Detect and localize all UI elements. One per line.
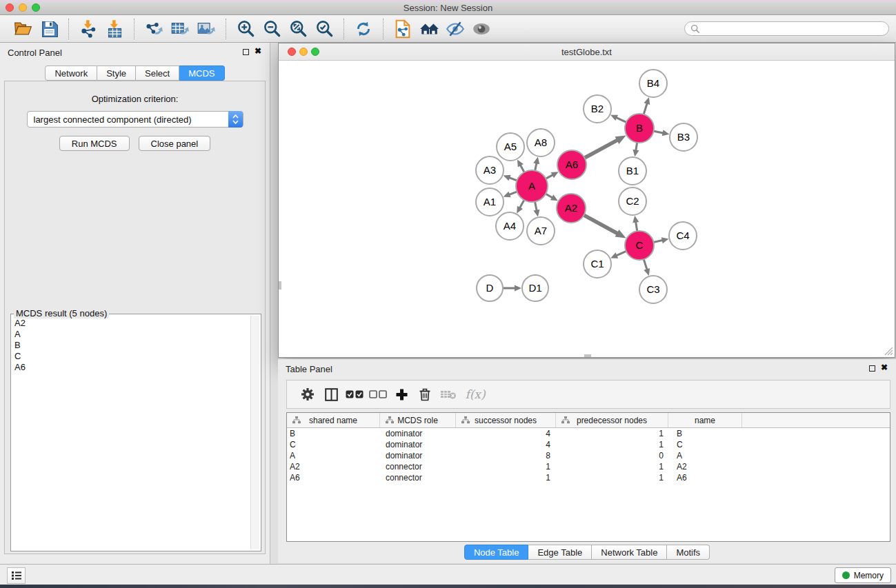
result-item-a2[interactable]: A2 (12, 318, 250, 329)
column-settings-button[interactable] (296, 387, 319, 401)
cell-name[interactable]: A2 (668, 461, 742, 472)
edge-C-C3[interactable] (644, 258, 648, 271)
cell-name[interactable]: C (668, 439, 742, 450)
export-image-icon (197, 19, 216, 38)
result-item-a6[interactable]: A6 (12, 362, 250, 373)
float-table-panel-icon[interactable] (869, 365, 875, 372)
table-row-b[interactable]: Bdominator41B (287, 428, 890, 439)
cell-predecessor-nodes[interactable]: 1 (556, 461, 668, 472)
cell-successor-nodes[interactable]: 1 (456, 461, 556, 472)
cell-name[interactable]: A (668, 450, 742, 461)
cell-MCDS-role[interactable]: dominator (380, 450, 456, 461)
export-table-button[interactable] (170, 19, 190, 39)
column-layout-button[interactable] (319, 388, 343, 401)
import-network-button[interactable] (78, 19, 99, 39)
network-document-button[interactable] (392, 19, 413, 39)
cell-MCDS-role[interactable]: connector (380, 461, 456, 472)
edge-A6-B[interactable] (584, 139, 619, 159)
tab-network-table[interactable]: Network Table (592, 545, 667, 560)
horizontal-scroll-thumb[interactable] (584, 354, 591, 357)
delete-row-button[interactable] (413, 387, 437, 401)
tab-motifs[interactable]: Motifs (667, 545, 710, 560)
deselect-all-button[interactable] (366, 390, 390, 398)
edge-A2-C[interactable] (583, 214, 619, 234)
tab-node-table[interactable]: Node Table (464, 545, 529, 560)
function-builder-button[interactable]: f(x) (460, 387, 490, 401)
edge-B-B2[interactable] (615, 117, 627, 123)
export-image-button[interactable] (196, 19, 217, 39)
home-button[interactable] (419, 19, 439, 39)
network-canvas[interactable]: B4B2BB3A5A8A6A3AB1A1C2A4A7A2CC4C1C3DD1 (279, 61, 895, 357)
mcds-result-list[interactable]: A2ABCA6 (12, 316, 250, 549)
select-stepper (228, 111, 243, 128)
export-network-button[interactable] (143, 19, 164, 39)
tab-mcds[interactable]: MCDS (179, 65, 224, 81)
result-item-b[interactable]: B (12, 340, 250, 351)
table-row-a2[interactable]: A2connector11A2 (287, 461, 890, 472)
show-graphics-details-button[interactable] (471, 19, 492, 39)
zoom-out-button[interactable] (261, 19, 282, 39)
toolbar-search[interactable] (684, 21, 889, 36)
cell-shared-name[interactable]: A2 (287, 461, 380, 472)
table-row-a6[interactable]: A6connector11A6 (287, 472, 890, 483)
import-table-button[interactable] (104, 19, 125, 39)
zoom-fit-button[interactable] (288, 19, 308, 39)
cell-successor-nodes[interactable]: 8 (456, 450, 556, 461)
tab-network[interactable]: Network (45, 65, 97, 81)
cell-predecessor-nodes[interactable]: 1 (556, 428, 668, 439)
result-scrollbar[interactable] (250, 316, 259, 549)
cell-name[interactable]: B (668, 428, 742, 439)
hide-graphics-details-button[interactable] (445, 19, 466, 39)
refresh-button[interactable] (353, 19, 374, 39)
zoom-in-button[interactable] (235, 19, 256, 39)
add-row-button[interactable] (390, 388, 413, 401)
tab-select[interactable]: Select (136, 65, 179, 81)
cell-shared-name[interactable]: C (287, 439, 380, 450)
cell-successor-nodes[interactable]: 4 (456, 428, 556, 439)
cell-predecessor-nodes[interactable]: 0 (556, 450, 668, 461)
column-header-shared-name[interactable]: shared name (287, 413, 380, 427)
delete-table-button[interactable] (437, 389, 460, 400)
network-graph[interactable]: B4B2BB3A5A8A6A3AB1A1C2A4A7A2CC4C1C3DD1 (279, 61, 895, 357)
close-panel-icon[interactable]: ✖ (255, 46, 261, 56)
tab-edge-table[interactable]: Edge Table (528, 545, 592, 560)
close-panel-button[interactable]: Close panel (139, 136, 211, 151)
run-mcds-button[interactable]: Run MCDS (59, 136, 130, 151)
cell-predecessor-nodes[interactable]: 1 (556, 439, 668, 450)
open-session-button[interactable] (12, 19, 33, 39)
memory-button[interactable]: Memory (835, 567, 891, 583)
network-window-titlebar[interactable]: testGlobe.txt (279, 43, 895, 61)
cell-MCDS-role[interactable]: dominator (380, 439, 456, 450)
result-item-a[interactable]: A (12, 329, 250, 340)
tab-style[interactable]: Style (97, 65, 136, 81)
zoom-selected-button[interactable] (314, 19, 335, 39)
close-table-panel-icon[interactable]: ✖ (881, 363, 888, 372)
cell-successor-nodes[interactable]: 4 (456, 439, 556, 450)
column-header-successor-nodes[interactable]: successor nodes (456, 413, 556, 427)
cell-MCDS-role[interactable]: connector (380, 472, 456, 483)
cell-MCDS-role[interactable]: dominator (380, 428, 456, 439)
cell-predecessor-nodes[interactable]: 1 (556, 472, 668, 483)
search-input[interactable] (704, 24, 883, 34)
column-header-name[interactable]: name (668, 413, 742, 427)
eye-slash-icon (446, 20, 465, 38)
edge-B-B4[interactable] (644, 102, 648, 116)
column-header-predecessor-nodes[interactable]: predecessor nodes (556, 413, 668, 427)
float-panel-icon[interactable] (243, 49, 249, 55)
cell-shared-name[interactable]: B (287, 428, 380, 439)
result-item-c[interactable]: C (12, 351, 250, 362)
cell-shared-name[interactable]: A (287, 450, 380, 461)
cell-shared-name[interactable]: A6 (287, 472, 380, 483)
column-header-MCDS-role[interactable]: MCDS role (380, 413, 456, 427)
table-row-a[interactable]: Adominator80A (287, 450, 890, 461)
cell-name[interactable]: A6 (668, 472, 742, 483)
save-session-button[interactable] (39, 19, 59, 39)
select-all-button[interactable] (343, 390, 366, 398)
resize-grip-icon[interactable] (884, 347, 893, 356)
task-history-button[interactable] (7, 567, 26, 584)
arrowhead-C-C3 (644, 268, 650, 276)
cell-successor-nodes[interactable]: 1 (456, 472, 556, 483)
vertical-scroll-thumb[interactable] (279, 281, 281, 290)
optimization-select[interactable]: largest connected component (directed) (27, 111, 243, 128)
table-row-c[interactable]: Cdominator41C (287, 439, 890, 450)
